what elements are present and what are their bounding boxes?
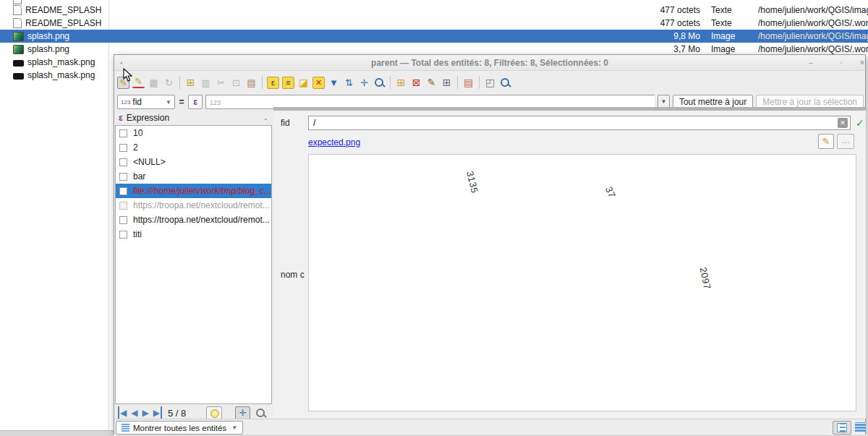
item-checkbox[interactable] bbox=[119, 202, 127, 210]
table-view-toggle[interactable] bbox=[854, 421, 868, 435]
field-combo-value: fid bbox=[132, 97, 142, 107]
save-edits-icon[interactable]: ▦ bbox=[148, 77, 160, 89]
item-checkbox[interactable] bbox=[119, 129, 127, 137]
list-item[interactable]: 2 bbox=[116, 140, 271, 155]
form-view-icon bbox=[837, 423, 847, 432]
file-panel-bottom-strip bbox=[0, 430, 114, 436]
item-label: https://troopa.net/nextcloud/remot... bbox=[133, 200, 270, 210]
mouse-cursor bbox=[123, 68, 133, 82]
feature-position: 5 / 8 bbox=[168, 408, 186, 419]
delete-field-icon[interactable]: ⊠ bbox=[410, 77, 422, 89]
file-name: splash_mask.png bbox=[27, 57, 95, 67]
dock-icon[interactable]: ◰ bbox=[484, 77, 496, 89]
file-path: /home/julien/work/QGIS/image bbox=[758, 5, 868, 15]
zoom-to-feature-button[interactable] bbox=[255, 407, 267, 419]
mask-image-icon bbox=[13, 60, 24, 67]
organize-columns-icon[interactable]: ⊞ bbox=[441, 77, 453, 89]
copy-icon[interactable]: ⊡ bbox=[230, 77, 242, 89]
list-item-selected[interactable]: file:///home/julien/work/tmp/blog_c... bbox=[116, 184, 271, 198]
epsilon-icon: ε bbox=[119, 113, 123, 123]
field-combo[interactable]: 123 fid ▼ bbox=[117, 95, 175, 109]
maximize-button[interactable]: ▫ bbox=[835, 58, 847, 68]
image-preview: 3135 37 2097 bbox=[308, 154, 856, 411]
item-checkbox[interactable] bbox=[119, 144, 127, 152]
show-features-filter-label: Montrer toutes les entités bbox=[133, 424, 226, 432]
fid-input[interactable] bbox=[308, 116, 851, 130]
field-type-icon: 123 bbox=[121, 99, 130, 106]
add-feature-icon[interactable]: ⊞ bbox=[184, 77, 197, 89]
image-icon bbox=[13, 45, 24, 54]
next-feature-icon[interactable]: ▶ bbox=[142, 406, 148, 419]
highlight-feature-button[interactable] bbox=[206, 406, 222, 420]
previous-feature-icon[interactable]: ◀ bbox=[131, 406, 137, 419]
toolbar-separator bbox=[390, 76, 391, 89]
list-item[interactable]: <NULL> bbox=[116, 155, 271, 169]
delete-selected-icon[interactable]: ▥ bbox=[200, 77, 212, 89]
cut-icon[interactable]: ✂ bbox=[215, 77, 227, 89]
item-label: https://troopa.net/nextcloud/remot... bbox=[133, 215, 270, 225]
equals-label: = bbox=[178, 97, 185, 107]
first-feature-icon[interactable]: ◀ bbox=[118, 406, 127, 419]
reload-icon[interactable]: ↻ bbox=[163, 77, 175, 89]
file-row[interactable]: README_SPLASH 477 octets Texte /home/jul… bbox=[0, 17, 868, 30]
move-selection-to-top-icon[interactable]: ⇅ bbox=[343, 77, 355, 89]
expression-panel-title: Expression bbox=[127, 113, 169, 123]
actions-icon[interactable] bbox=[499, 77, 511, 89]
close-button[interactable]: ✕ bbox=[856, 58, 868, 68]
browse-attachment-button[interactable]: … bbox=[837, 134, 854, 149]
table-view-icon bbox=[855, 422, 866, 432]
toolbar-separator bbox=[457, 76, 458, 89]
image-icon bbox=[13, 32, 24, 41]
multi-edit-icon[interactable]: ✎ bbox=[132, 77, 145, 88]
file-name: splash.png bbox=[27, 44, 69, 54]
item-checkbox[interactable] bbox=[119, 216, 127, 224]
nom-field-label: nom c bbox=[281, 270, 307, 280]
attribute-table-dialog: ▪ parent — Total des entités: 8, Filtrée… bbox=[114, 54, 866, 435]
file-row-selected[interactable]: splash.png 9,8 Mo Image /home/julien/wor… bbox=[0, 30, 868, 43]
file-row[interactable]: README_SPLASH 477 octets Texte /home/jul… bbox=[0, 4, 868, 17]
list-item[interactable]: 10 bbox=[116, 126, 271, 140]
form-view-toggle[interactable] bbox=[833, 421, 851, 435]
item-checkbox[interactable] bbox=[119, 187, 127, 195]
select-all-icon[interactable]: ≡ bbox=[282, 77, 294, 89]
clear-icon[interactable]: ✕ bbox=[838, 118, 848, 128]
item-checkbox[interactable] bbox=[119, 231, 127, 239]
screen: { "colors": { "selection_blue": "#3a74c0… bbox=[0, 0, 868, 436]
list-item[interactable]: bar bbox=[116, 169, 271, 184]
invert-selection-icon[interactable]: ◪ bbox=[297, 77, 310, 89]
pan-to-feature-button[interactable]: ✛ bbox=[235, 406, 250, 420]
last-feature-icon[interactable]: ▶ bbox=[153, 406, 162, 419]
select-by-expression-icon[interactable]: ε bbox=[267, 77, 279, 89]
show-features-filter-button[interactable]: Montrer toutes les entités ▼ bbox=[116, 421, 243, 435]
filter-icon[interactable]: ▼ bbox=[328, 77, 340, 89]
edit-attachment-button[interactable]: ✎ bbox=[818, 134, 834, 149]
attachment-link[interactable]: expected.png bbox=[308, 137, 360, 148]
file-type: Texte bbox=[711, 5, 754, 15]
minimize-button[interactable]: – bbox=[805, 58, 817, 68]
expression-builder-button[interactable]: ε bbox=[188, 95, 203, 109]
image-label: 2097 bbox=[697, 266, 712, 290]
dialog-statusbar: Montrer toutes les entités ▼ bbox=[114, 419, 865, 435]
chevron-down-icon[interactable]: ⌄ bbox=[263, 114, 268, 121]
item-label: <NULL> bbox=[133, 157, 166, 167]
zoom-to-selection-icon[interactable] bbox=[373, 77, 386, 89]
item-label: bar bbox=[133, 171, 145, 181]
item-label: 2 bbox=[133, 142, 138, 153]
paste-icon[interactable]: ▤ bbox=[245, 77, 258, 89]
item-label: 10 bbox=[133, 128, 142, 138]
pan-to-selection-icon[interactable]: ✛ bbox=[358, 77, 370, 89]
chevron-down-icon: ▼ bbox=[166, 99, 171, 106]
deselect-all-icon[interactable]: ✕ bbox=[312, 77, 325, 89]
list-item[interactable]: titi bbox=[116, 227, 271, 241]
file-type: Texte bbox=[711, 18, 754, 28]
toolbar-separator bbox=[179, 76, 180, 89]
list-item[interactable]: https://troopa.net/nextcloud/remot... bbox=[116, 198, 271, 213]
list-item[interactable]: https://troopa.net/nextcloud/remot... bbox=[116, 213, 271, 227]
item-checkbox[interactable] bbox=[119, 158, 127, 166]
file-type: Image bbox=[711, 31, 754, 41]
edit-field-icon[interactable]: ✎ bbox=[425, 77, 438, 89]
conditional-formatting-icon[interactable]: ▤ bbox=[462, 77, 475, 89]
new-field-icon[interactable]: ⊞ bbox=[395, 77, 407, 89]
item-checkbox[interactable] bbox=[119, 173, 127, 181]
file-type: Image bbox=[711, 44, 754, 54]
